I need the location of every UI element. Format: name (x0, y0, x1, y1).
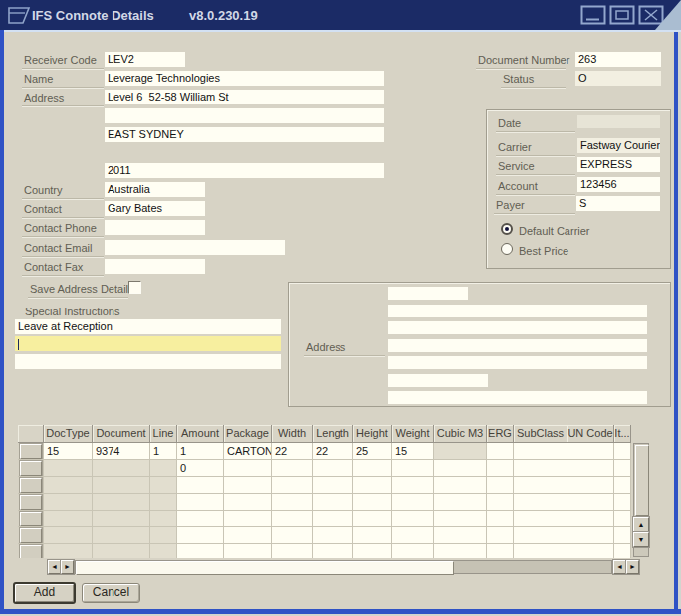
grid-cell[interactable] (44, 544, 93, 558)
grid-cell[interactable] (614, 494, 631, 511)
save-address-details-checkbox[interactable] (128, 281, 141, 294)
grid-cell[interactable] (353, 477, 392, 494)
grid-cell[interactable] (434, 527, 487, 544)
grid-cell[interactable] (434, 477, 487, 494)
grid-cell[interactable] (614, 544, 631, 558)
grid-cell[interactable] (392, 494, 434, 511)
grid-cell[interactable] (353, 494, 392, 511)
account-input[interactable]: 123456 (577, 177, 660, 192)
address-box-input-3[interactable] (388, 321, 647, 334)
address-box-input-6[interactable] (388, 374, 488, 387)
grid-cell[interactable] (177, 511, 224, 527)
grid-cell[interactable] (514, 527, 568, 544)
address-line1-input[interactable]: Level 6 52-58 William St (105, 90, 384, 104)
grid-cell[interactable] (392, 527, 434, 544)
grid-cell[interactable] (93, 544, 150, 558)
grid-cell[interactable] (614, 460, 631, 477)
grid-cell[interactable] (44, 527, 93, 544)
vertical-scrollbar-thumb[interactable] (635, 445, 649, 516)
country-input[interactable]: Australia (105, 182, 205, 197)
grid-cell[interactable] (93, 511, 150, 527)
grid-cell[interactable] (177, 477, 224, 494)
grid-horizontal-scrollbar[interactable] (75, 560, 612, 574)
payer-input[interactable]: S (576, 196, 660, 211)
grid-cell[interactable] (514, 477, 568, 494)
grid-cell[interactable] (392, 477, 434, 494)
grid-cell[interactable] (177, 544, 224, 558)
grid-cell[interactable] (272, 544, 313, 558)
grid-cell[interactable] (224, 477, 272, 494)
row-selector-button[interactable] (20, 444, 42, 459)
scroll-down-button[interactable]: ▼ (633, 532, 649, 547)
hscroll-left-button-2[interactable]: ◄ (613, 560, 626, 574)
row-selector-button[interactable] (20, 495, 42, 510)
grid-cell[interactable] (568, 511, 614, 527)
grid-cell[interactable] (392, 544, 434, 558)
special-instructions-line2-input[interactable] (15, 336, 281, 351)
grid-cell[interactable] (177, 494, 224, 511)
grid-cell[interactable] (353, 511, 392, 527)
grid-cell[interactable]: 15 (392, 443, 434, 460)
special-instructions-line3-input[interactable] (15, 354, 281, 369)
address-line2-input[interactable] (105, 108, 384, 123)
address-box-input-4[interactable] (388, 339, 647, 352)
add-button[interactable]: Add (13, 582, 76, 604)
default-carrier-radio[interactable] (501, 223, 513, 235)
contact-phone-input[interactable] (105, 220, 205, 235)
hscroll-left-button-1[interactable]: ◄ (48, 560, 61, 574)
grid-cell[interactable]: 22 (272, 443, 313, 460)
horizontal-scrollbar-thumb[interactable] (76, 561, 454, 575)
maximize-button[interactable] (609, 5, 635, 25)
grid-cell[interactable] (487, 527, 514, 544)
grid-cell[interactable] (568, 544, 614, 558)
best-price-radio[interactable] (501, 243, 513, 255)
grid-cell[interactable] (434, 460, 487, 477)
grid-cell[interactable] (434, 511, 487, 527)
grid-cell[interactable] (568, 460, 614, 477)
grid-cell[interactable] (272, 460, 313, 477)
grid-cell[interactable] (224, 544, 272, 558)
grid-cell[interactable] (150, 477, 177, 494)
grid-cell[interactable] (272, 527, 313, 544)
cancel-button[interactable]: Cancel (82, 583, 140, 603)
grid-cell[interactable] (93, 477, 150, 494)
postcode-input[interactable]: 2011 (105, 163, 384, 178)
grid-cell[interactable]: 0 (177, 460, 224, 477)
row-selector[interactable] (18, 511, 44, 527)
grid-cell[interactable] (93, 494, 150, 511)
grid-cell[interactable] (224, 511, 272, 527)
grid-cell[interactable] (568, 527, 614, 544)
grid-cell[interactable] (487, 494, 514, 511)
grid-cell[interactable] (313, 477, 353, 494)
contact-email-input[interactable] (105, 240, 285, 255)
grid-cell[interactable]: 15 (44, 443, 93, 460)
grid-cell[interactable] (313, 460, 353, 477)
grid-cell[interactable] (177, 527, 224, 544)
grid-cell[interactable] (514, 494, 568, 511)
grid-cell[interactable] (487, 477, 514, 494)
grid-cell[interactable] (313, 511, 353, 527)
service-input[interactable]: EXPRESS (577, 157, 660, 172)
row-selector-button[interactable] (20, 545, 42, 558)
grid-cell[interactable] (353, 527, 392, 544)
grid-cell[interactable]: 1 (177, 443, 224, 460)
city-input[interactable]: EAST SYDNEY (105, 127, 384, 142)
address-box-input-7[interactable] (388, 391, 647, 404)
grid-cell[interactable] (487, 443, 514, 460)
row-selector[interactable] (18, 443, 44, 460)
grid-cell[interactable] (434, 544, 487, 558)
grid-cell[interactable] (44, 511, 93, 527)
row-selector[interactable] (18, 477, 44, 494)
row-selector[interactable] (18, 544, 44, 558)
grid-cell[interactable] (514, 443, 568, 460)
address-box-input-1[interactable] (388, 287, 468, 300)
grid-cell[interactable] (568, 477, 614, 494)
grid-cell[interactable] (392, 460, 434, 477)
row-selector[interactable] (18, 460, 44, 477)
close-button[interactable] (638, 5, 664, 25)
grid-cell[interactable] (568, 443, 614, 460)
grid-cell[interactable]: 25 (353, 443, 392, 460)
receiver-code-input[interactable]: LEV2 (105, 52, 185, 67)
grid-cell[interactable] (150, 544, 177, 558)
grid-cell[interactable] (93, 460, 150, 477)
